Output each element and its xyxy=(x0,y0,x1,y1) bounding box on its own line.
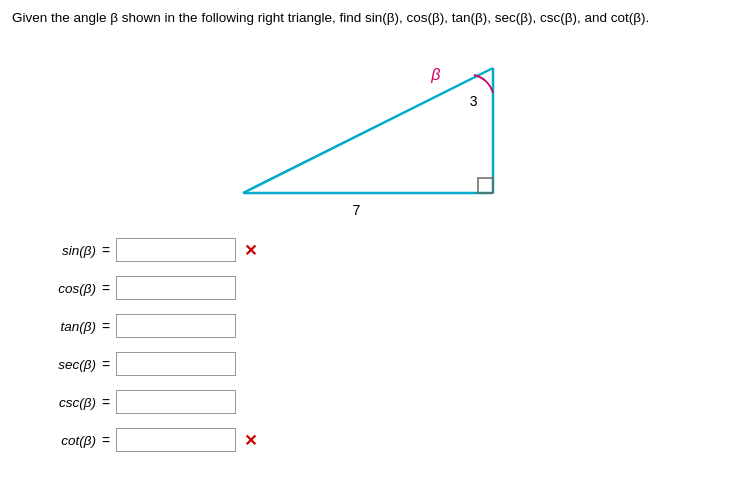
cos-equals: = xyxy=(102,280,110,296)
hypotenuse xyxy=(243,68,493,193)
right-side-label: 3 xyxy=(470,93,478,109)
cos-row: cos(β) = xyxy=(22,276,733,300)
sec-equals: = xyxy=(102,356,110,372)
csc-input[interactable] xyxy=(116,390,236,414)
triangle-svg xyxy=(213,38,533,218)
problem-statement: Given the angle β shown in the following… xyxy=(12,8,733,28)
sin-equals: = xyxy=(102,242,110,258)
page: Given the angle β shown in the following… xyxy=(0,0,745,474)
answer-form: sin(β) = ✕ cos(β) = tan(β) = sec(β) = cs… xyxy=(12,238,733,452)
tan-equals: = xyxy=(102,318,110,334)
sin-label: sin(β) xyxy=(22,243,102,258)
cos-input[interactable] xyxy=(116,276,236,300)
tan-row: tan(β) = xyxy=(22,314,733,338)
bottom-side-label: 7 xyxy=(353,202,361,218)
sin-error-icon: ✕ xyxy=(244,241,257,260)
csc-label: csc(β) xyxy=(22,395,102,410)
triangle-diagram: β 3 7 xyxy=(213,38,533,218)
cot-error-icon: ✕ xyxy=(244,431,257,450)
tan-input[interactable] xyxy=(116,314,236,338)
right-angle-box xyxy=(478,178,493,193)
tan-label: tan(β) xyxy=(22,319,102,334)
sin-row: sin(β) = ✕ xyxy=(22,238,733,262)
csc-row: csc(β) = xyxy=(22,390,733,414)
cot-equals: = xyxy=(102,432,110,448)
sec-input[interactable] xyxy=(116,352,236,376)
cot-row: cot(β) = ✕ xyxy=(22,428,733,452)
sec-row: sec(β) = xyxy=(22,352,733,376)
csc-equals: = xyxy=(102,394,110,410)
cot-input[interactable] xyxy=(116,428,236,452)
beta-label: β xyxy=(431,66,440,84)
sin-input[interactable] xyxy=(116,238,236,262)
beta-arc xyxy=(474,75,493,93)
problem-text: Given the angle β shown in the following… xyxy=(12,10,649,25)
cot-label: cot(β) xyxy=(22,433,102,448)
cos-label: cos(β) xyxy=(22,281,102,296)
sec-label: sec(β) xyxy=(22,357,102,372)
